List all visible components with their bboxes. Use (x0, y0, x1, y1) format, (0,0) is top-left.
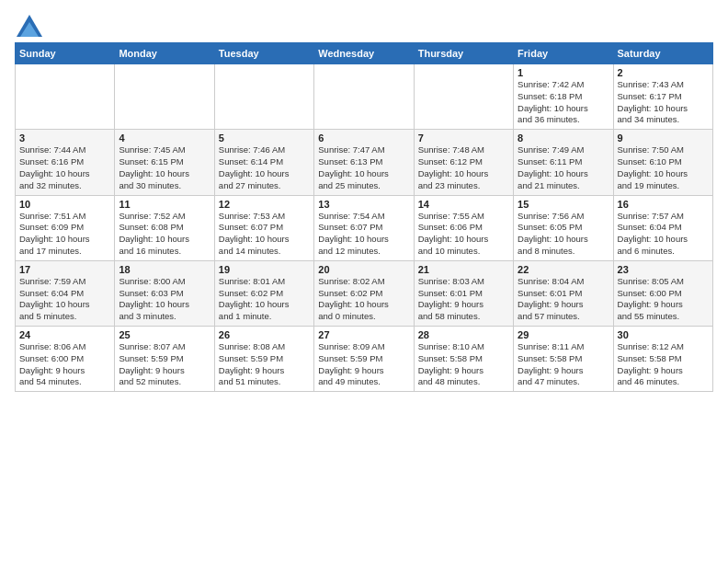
calendar-table: SundayMondayTuesdayWednesdayThursdayFrid… (15, 42, 713, 392)
week-row-4: 17Sunrise: 7:59 AM Sunset: 6:04 PM Dayli… (16, 260, 713, 326)
calendar-cell: 18Sunrise: 8:00 AM Sunset: 6:03 PM Dayli… (115, 260, 214, 326)
day-number: 18 (119, 264, 210, 275)
day-info: Sunrise: 8:04 AM Sunset: 6:01 PM Dayligh… (518, 276, 609, 323)
day-number: 9 (618, 132, 709, 144)
day-info: Sunrise: 7:48 AM Sunset: 6:12 PM Dayligh… (418, 144, 509, 191)
weekday-header-row: SundayMondayTuesdayWednesdayThursdayFrid… (16, 43, 713, 64)
calendar-cell: 17Sunrise: 7:59 AM Sunset: 6:04 PM Dayli… (16, 260, 115, 326)
day-info: Sunrise: 8:09 AM Sunset: 5:59 PM Dayligh… (318, 341, 409, 388)
day-info: Sunrise: 7:53 AM Sunset: 6:07 PM Dayligh… (219, 211, 310, 258)
day-number: 11 (119, 199, 210, 210)
day-info: Sunrise: 7:47 AM Sunset: 6:13 PM Dayligh… (318, 144, 409, 191)
weekday-header-friday: Friday (514, 43, 613, 64)
day-info: Sunrise: 8:12 AM Sunset: 5:58 PM Dayligh… (618, 341, 709, 388)
day-number: 8 (518, 132, 609, 144)
logo (15, 15, 42, 31)
day-info: Sunrise: 7:50 AM Sunset: 6:10 PM Dayligh… (618, 144, 709, 191)
day-number: 21 (418, 264, 509, 275)
day-info: Sunrise: 7:54 AM Sunset: 6:07 PM Dayligh… (318, 211, 409, 258)
day-info: Sunrise: 7:42 AM Sunset: 6:18 PM Dayligh… (518, 79, 609, 126)
logo-icon (17, 15, 42, 37)
week-row-5: 24Sunrise: 8:06 AM Sunset: 6:00 PM Dayli… (16, 327, 713, 392)
weekday-header-sunday: Sunday (16, 43, 115, 64)
calendar-cell: 25Sunrise: 8:07 AM Sunset: 5:59 PM Dayli… (115, 327, 214, 392)
day-number: 4 (119, 132, 210, 144)
calendar-cell: 4Sunrise: 7:45 AM Sunset: 6:15 PM Daylig… (115, 130, 214, 195)
day-number: 19 (219, 264, 310, 275)
calendar-cell (115, 64, 214, 130)
calendar-cell (214, 64, 313, 130)
day-number: 6 (318, 132, 409, 144)
calendar-cell: 22Sunrise: 8:04 AM Sunset: 6:01 PM Dayli… (514, 260, 613, 326)
day-info: Sunrise: 8:03 AM Sunset: 6:01 PM Dayligh… (418, 276, 509, 323)
day-info: Sunrise: 7:51 AM Sunset: 6:09 PM Dayligh… (19, 211, 110, 258)
day-info: Sunrise: 7:55 AM Sunset: 6:06 PM Dayligh… (418, 211, 509, 258)
day-number: 2 (618, 67, 709, 78)
day-info: Sunrise: 7:43 AM Sunset: 6:17 PM Dayligh… (618, 79, 709, 126)
calendar-cell: 15Sunrise: 7:56 AM Sunset: 6:05 PM Dayli… (514, 195, 613, 260)
day-info: Sunrise: 7:44 AM Sunset: 6:16 PM Dayligh… (19, 144, 110, 191)
day-number: 7 (418, 132, 509, 144)
day-number: 25 (119, 329, 210, 340)
day-number: 17 (19, 264, 110, 275)
calendar-cell (414, 64, 513, 130)
day-number: 5 (219, 132, 310, 144)
calendar-cell (16, 64, 115, 130)
calendar-cell: 1Sunrise: 7:42 AM Sunset: 6:18 PM Daylig… (514, 64, 613, 130)
day-number: 28 (418, 329, 509, 340)
day-info: Sunrise: 8:01 AM Sunset: 6:02 PM Dayligh… (219, 276, 310, 323)
calendar-cell: 27Sunrise: 8:09 AM Sunset: 5:59 PM Dayli… (314, 327, 414, 392)
day-info: Sunrise: 7:56 AM Sunset: 6:05 PM Dayligh… (518, 211, 609, 258)
week-row-2: 3Sunrise: 7:44 AM Sunset: 6:16 PM Daylig… (16, 130, 713, 195)
day-number: 20 (318, 264, 409, 275)
day-info: Sunrise: 8:11 AM Sunset: 5:58 PM Dayligh… (518, 341, 609, 388)
day-info: Sunrise: 7:59 AM Sunset: 6:04 PM Dayligh… (19, 276, 110, 323)
day-number: 29 (518, 329, 609, 340)
calendar-cell: 19Sunrise: 8:01 AM Sunset: 6:02 PM Dayli… (214, 260, 313, 326)
day-number: 30 (618, 329, 709, 340)
calendar-cell: 11Sunrise: 7:52 AM Sunset: 6:08 PM Dayli… (115, 195, 214, 260)
weekday-header-thursday: Thursday (414, 43, 513, 64)
calendar-cell: 6Sunrise: 7:47 AM Sunset: 6:13 PM Daylig… (314, 130, 414, 195)
day-number: 3 (19, 132, 110, 144)
calendar-cell: 13Sunrise: 7:54 AM Sunset: 6:07 PM Dayli… (314, 195, 414, 260)
day-number: 1 (518, 67, 609, 78)
day-info: Sunrise: 8:08 AM Sunset: 5:59 PM Dayligh… (219, 341, 310, 388)
week-row-3: 10Sunrise: 7:51 AM Sunset: 6:09 PM Dayli… (16, 195, 713, 260)
day-number: 26 (219, 329, 310, 340)
day-number: 23 (618, 264, 709, 275)
day-info: Sunrise: 8:07 AM Sunset: 5:59 PM Dayligh… (119, 341, 210, 388)
day-number: 24 (19, 329, 110, 340)
day-number: 16 (618, 199, 709, 210)
day-number: 14 (418, 199, 509, 210)
week-row-1: 1Sunrise: 7:42 AM Sunset: 6:18 PM Daylig… (16, 64, 713, 130)
day-info: Sunrise: 7:52 AM Sunset: 6:08 PM Dayligh… (119, 211, 210, 258)
calendar-cell: 2Sunrise: 7:43 AM Sunset: 6:17 PM Daylig… (613, 64, 712, 130)
day-number: 10 (19, 199, 110, 210)
calendar-cell: 12Sunrise: 7:53 AM Sunset: 6:07 PM Dayli… (214, 195, 313, 260)
calendar-cell: 24Sunrise: 8:06 AM Sunset: 6:00 PM Dayli… (16, 327, 115, 392)
day-info: Sunrise: 7:49 AM Sunset: 6:11 PM Dayligh… (518, 144, 609, 191)
day-info: Sunrise: 7:45 AM Sunset: 6:15 PM Dayligh… (119, 144, 210, 191)
calendar-cell: 14Sunrise: 7:55 AM Sunset: 6:06 PM Dayli… (414, 195, 513, 260)
day-info: Sunrise: 8:05 AM Sunset: 6:00 PM Dayligh… (618, 276, 709, 323)
calendar-cell: 8Sunrise: 7:49 AM Sunset: 6:11 PM Daylig… (514, 130, 613, 195)
day-info: Sunrise: 7:57 AM Sunset: 6:04 PM Dayligh… (618, 211, 709, 258)
calendar-cell (314, 64, 414, 130)
calendar-cell: 5Sunrise: 7:46 AM Sunset: 6:14 PM Daylig… (214, 130, 313, 195)
day-number: 13 (318, 199, 409, 210)
calendar-cell: 9Sunrise: 7:50 AM Sunset: 6:10 PM Daylig… (613, 130, 712, 195)
weekday-header-wednesday: Wednesday (314, 43, 414, 64)
calendar-cell: 7Sunrise: 7:48 AM Sunset: 6:12 PM Daylig… (414, 130, 513, 195)
calendar-cell: 20Sunrise: 8:02 AM Sunset: 6:02 PM Dayli… (314, 260, 414, 326)
day-number: 12 (219, 199, 310, 210)
day-number: 22 (518, 264, 609, 275)
calendar-cell: 29Sunrise: 8:11 AM Sunset: 5:58 PM Dayli… (514, 327, 613, 392)
weekday-header-tuesday: Tuesday (214, 43, 313, 64)
day-info: Sunrise: 8:10 AM Sunset: 5:58 PM Dayligh… (418, 341, 509, 388)
day-info: Sunrise: 8:00 AM Sunset: 6:03 PM Dayligh… (119, 276, 210, 323)
day-info: Sunrise: 8:02 AM Sunset: 6:02 PM Dayligh… (318, 276, 409, 323)
calendar-cell: 28Sunrise: 8:10 AM Sunset: 5:58 PM Dayli… (414, 327, 513, 392)
calendar-cell: 16Sunrise: 7:57 AM Sunset: 6:04 PM Dayli… (613, 195, 712, 260)
day-number: 15 (518, 199, 609, 210)
